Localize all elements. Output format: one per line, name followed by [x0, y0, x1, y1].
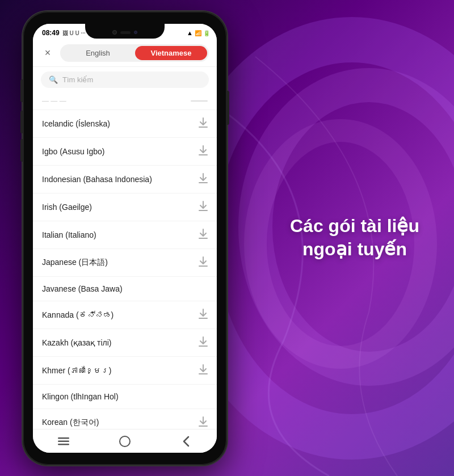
signal-bars: 📶: [195, 30, 201, 36]
download-icon[interactable]: [199, 173, 208, 186]
lang-name: Irish (Gaeilge): [42, 203, 92, 212]
search-placeholder: Tìm kiếm: [62, 75, 93, 84]
lang-name: Korean (한국어): [42, 418, 99, 428]
svg-rect-14: [58, 437, 69, 439]
phone-screen: 08:49 🖼 U U ··· ▲ 📶 🔋 × English Vietname…: [33, 24, 217, 453]
promo-line1: Các gói tài liệu: [290, 216, 419, 236]
battery-icon: 🔋: [203, 30, 210, 36]
sensor: [134, 31, 137, 34]
download-icon[interactable]: [199, 145, 208, 158]
promo-line2: ngoại tuyến: [302, 239, 407, 260]
status-left: 08:49 🖼 U U ···: [42, 29, 86, 37]
phone-device: 08:49 🖼 U U ··· ▲ 📶 🔋 × English Vietname…: [23, 11, 227, 465]
speaker: [120, 31, 131, 34]
scroll-dots: — — —: [42, 97, 66, 105]
status-time: 08:49: [42, 29, 60, 37]
list-item[interactable]: Igbo (Asusu Igbo): [33, 138, 217, 166]
download-icon[interactable]: [199, 201, 208, 213]
close-button[interactable]: ×: [41, 47, 54, 60]
list-item[interactable]: Khmer (ភាសាខ្មែរ): [33, 357, 217, 385]
front-camera: [112, 30, 117, 35]
list-item[interactable]: Japanese (日本語): [33, 249, 217, 277]
list-item[interactable]: Kannada (ಕನ್ನಡ): [33, 301, 217, 329]
download-icon[interactable]: [199, 117, 208, 130]
status-media-icons: 🖼 U U ···: [62, 30, 86, 36]
scroll-line: [191, 100, 208, 102]
tab-vietnamese[interactable]: Vietnamese: [135, 46, 207, 60]
lang-name: Indonesian (Bahasa Indonesia): [42, 175, 152, 184]
lang-name: Kazakh (қазақ тілі): [42, 338, 111, 347]
lang-name: Japanese (日本語): [42, 258, 108, 268]
lang-name: Kannada (ಕನ್ನಡ): [42, 310, 114, 319]
download-icon[interactable]: [199, 416, 208, 429]
language-list-container: Icelandic (Íslenska)Igbo (Asusu Igbo)Ind…: [33, 110, 217, 453]
svg-rect-16: [58, 444, 69, 445]
wifi-icon: ▲: [187, 30, 193, 36]
download-icon[interactable]: [199, 229, 208, 241]
language-tab-group: English Vietnamese: [60, 44, 209, 62]
list-item[interactable]: Kazakh (қазақ тілі): [33, 329, 217, 357]
list-item[interactable]: Indonesian (Bahasa Indonesia): [33, 166, 217, 193]
search-input-wrap[interactable]: 🔍 Tìm kiếm: [41, 71, 209, 88]
list-item[interactable]: Javanese (Basa Jawa): [33, 277, 217, 301]
download-icon[interactable]: [199, 336, 208, 349]
phone-frame: 08:49 🖼 U U ··· ▲ 📶 🔋 × English Vietname…: [23, 11, 227, 465]
tab-english[interactable]: English: [62, 46, 134, 60]
search-icon: 🔍: [49, 75, 58, 84]
svg-point-17: [120, 436, 130, 446]
search-bar-container: 🔍 Tìm kiếm: [33, 67, 217, 92]
lang-name: Javanese (Basa Jawa): [42, 284, 123, 293]
phone-notch: [85, 24, 165, 39]
lang-name: Italian (Italiano): [42, 230, 96, 239]
language-list: Icelandic (Íslenska)Igbo (Asusu Igbo)Ind…: [33, 110, 217, 437]
lang-name: Icelandic (Íslenska): [42, 119, 110, 128]
promo-text: Các gói tài liệu ngoại tuyến: [272, 214, 437, 262]
list-item[interactable]: Klingon (tlhIngan Hol): [33, 385, 217, 409]
nav-menu-icon[interactable]: [52, 430, 75, 453]
svg-rect-15: [58, 440, 69, 442]
nav-back-icon[interactable]: [175, 430, 197, 453]
list-item[interactable]: Italian (Italiano): [33, 221, 217, 249]
list-item[interactable]: Icelandic (Íslenska): [33, 110, 217, 138]
lang-name: Klingon (tlhIngan Hol): [42, 392, 119, 401]
scroll-hint-row: — — —: [33, 92, 217, 110]
nav-bar: [33, 429, 217, 453]
download-icon[interactable]: [199, 309, 208, 321]
status-icons-right: ▲ 📶 🔋: [187, 30, 210, 36]
app-header: × English Vietnamese: [33, 40, 217, 67]
list-item[interactable]: Irish (Gaeilge): [33, 193, 217, 221]
lang-name: Igbo (Asusu Igbo): [42, 147, 105, 156]
download-icon[interactable]: [199, 256, 208, 269]
download-icon[interactable]: [199, 364, 208, 377]
nav-home-icon[interactable]: [114, 430, 136, 453]
lang-name: Khmer (ភាសាខ្មែរ): [42, 366, 111, 375]
